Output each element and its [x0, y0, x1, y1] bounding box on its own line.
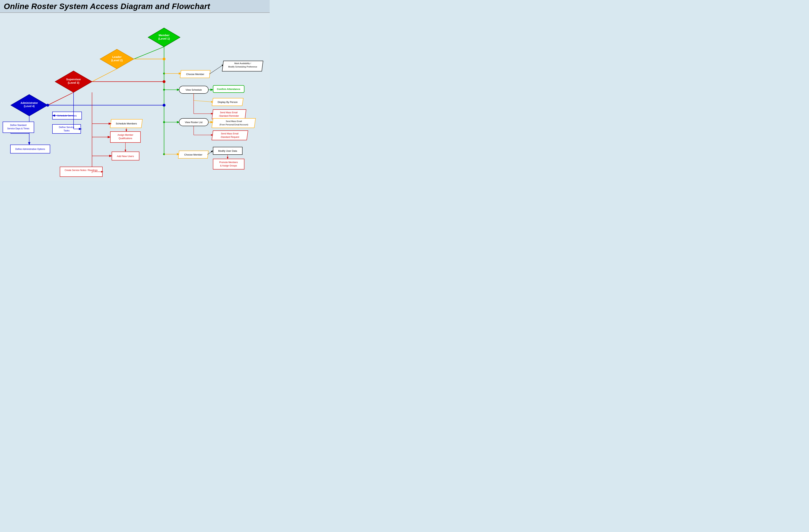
svg-text:Display By Person: Display By Person	[218, 101, 238, 104]
svg-text:-Standard Request: -Standard Request	[220, 136, 239, 138]
svg-text:(Level 4): (Level 4)	[24, 105, 35, 108]
svg-text:(Level 1): (Level 1)	[158, 37, 170, 40]
diagram-container: Member (Level 1) Leader (Level 2) Superv…	[0, 13, 270, 181]
svg-text:View Roster List: View Roster List	[185, 121, 203, 124]
svg-text:Schedule Members: Schedule Members	[116, 122, 137, 125]
svg-text:Leader: Leader	[112, 55, 121, 58]
svg-text:Member: Member	[159, 34, 170, 37]
svg-text:-Standard Reminder: -Standard Reminder	[219, 114, 239, 117]
svg-text:& Assign Groups: & Assign Groups	[220, 164, 237, 167]
send-mass-email-personal-box	[212, 118, 256, 128]
svg-text:Define Administrative Options: Define Administrative Options	[15, 148, 45, 150]
svg-text:View Schedule: View Schedule	[186, 88, 202, 91]
svg-text:Send Mass Email: Send Mass Email	[221, 132, 238, 135]
svg-text:Tasks: Tasks	[64, 129, 70, 132]
flowchart: Member (Level 1) Leader (Level 2) Superv…	[0, 13, 270, 181]
header: Online Roster System Access Diagram and …	[0, 0, 270, 13]
svg-text:(From Personal Email Account): (From Personal Email Account)	[220, 123, 248, 126]
svg-text:(Level 2): (Level 2)	[111, 59, 123, 62]
svg-text:Modify User Data: Modify User Data	[218, 149, 237, 152]
svg-text:Create Service Notes / Reading: Create Service Notes / Readings	[65, 169, 98, 172]
svg-line-18	[209, 65, 223, 74]
svg-line-12	[92, 69, 117, 82]
page-title: Online Roster System Access Diagram and …	[4, 2, 266, 11]
svg-text:Modify Scheduling Preference: Modify Scheduling Preference	[228, 66, 257, 68]
svg-text:Define Standard: Define Standard	[10, 124, 27, 126]
svg-text:Send Mass Email: Send Mass Email	[220, 111, 237, 114]
svg-text:Promote Members: Promote Members	[219, 161, 238, 164]
send-mass-email-request-box	[212, 131, 248, 140]
svg-text:Send Mass Email: Send Mass Email	[226, 120, 242, 122]
svg-text:(Level 3): (Level 3)	[68, 81, 80, 84]
send-mass-email-reminder-box	[212, 109, 246, 119]
svg-text:Administrator: Administrator	[20, 102, 38, 104]
svg-text:Confirm Attendance: Confirm Attendance	[217, 88, 240, 90]
svg-text:Assign Member: Assign Member	[118, 134, 133, 136]
svg-rect-52	[213, 159, 244, 169]
svg-text:Mark Availability /: Mark Availability /	[235, 62, 251, 65]
svg-text:Qualifications: Qualifications	[119, 137, 132, 140]
svg-line-11	[134, 47, 164, 59]
svg-text:Choose Member: Choose Member	[186, 73, 204, 76]
svg-text:Service Days & Times: Service Days & Times	[7, 127, 29, 130]
svg-text:Choose Member: Choose Member	[184, 153, 203, 156]
svg-text:Define Service: Define Service	[59, 126, 74, 128]
svg-text:Supervisor: Supervisor	[66, 78, 81, 81]
svg-line-13	[48, 92, 73, 105]
svg-line-30	[194, 101, 213, 102]
svg-text:Add New Users: Add New Users	[117, 155, 134, 158]
